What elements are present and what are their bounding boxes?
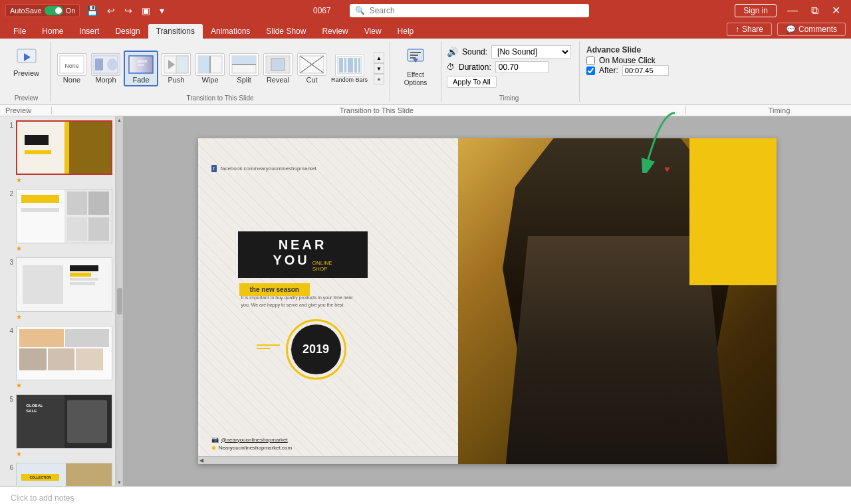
- slide-line-2: [257, 348, 270, 349]
- slide-num-2: 2: [4, 189, 13, 197]
- slide-thumb-6[interactable]: 6 COLLECTION: [3, 461, 112, 486]
- reveal-label: Reveal: [267, 76, 289, 84]
- share-button[interactable]: ↑ Share: [727, 23, 772, 36]
- tab-file[interactable]: File: [5, 24, 34, 39]
- section-dividers: Preview Transition to This Slide Timing: [0, 105, 851, 116]
- slide-star-5: ★: [16, 450, 112, 457]
- panel-scroll-thumb[interactable]: [117, 288, 122, 315]
- effect-options-label: EffectOptions: [404, 71, 427, 87]
- tab-design[interactable]: Design: [107, 24, 148, 39]
- transition-reveal[interactable]: Reveal: [262, 52, 294, 85]
- slide-img-3: [16, 257, 112, 312]
- duration-icon: ⏱: [447, 63, 455, 72]
- tab-view[interactable]: View: [356, 24, 390, 39]
- scroll-more-button[interactable]: ≡: [374, 74, 384, 84]
- desc-text: It is important to buy quality products …: [241, 295, 353, 307]
- autosave-toggle[interactable]: [45, 6, 63, 15]
- tab-transitions[interactable]: Transitions: [148, 24, 203, 39]
- duration-input[interactable]: [495, 61, 548, 73]
- svg-rect-28: [348, 58, 353, 72]
- share-icon: ↑: [735, 25, 739, 34]
- minimize-button[interactable]: —: [782, 0, 803, 21]
- transition-wipe[interactable]: Wipe: [194, 52, 226, 85]
- slide-panel: 1 ★ 2: [0, 116, 116, 486]
- customize-icon[interactable]: ▾: [157, 4, 167, 17]
- svg-rect-8: [138, 60, 147, 63]
- slide-panel-scrollbar[interactable]: ▲ ▼: [116, 116, 122, 486]
- tab-slideshow[interactable]: Slide Show: [258, 24, 314, 39]
- main-layout: 1 ★ 2: [0, 116, 851, 486]
- slide-thumb-2[interactable]: 2: [3, 188, 112, 253]
- tab-home[interactable]: Home: [34, 24, 71, 39]
- notes-bar[interactable]: Click to add notes: [0, 486, 851, 504]
- panel-scroll-down[interactable]: ▼: [116, 479, 123, 486]
- svg-rect-33: [410, 52, 421, 53]
- mouse-click-row: On Mouse Click: [586, 56, 719, 65]
- slide-num-1: 1: [4, 120, 13, 129]
- scroll-up-button[interactable]: ▲: [374, 53, 384, 63]
- transition-split[interactable]: Split: [228, 52, 260, 85]
- transition-push[interactable]: Push: [160, 52, 192, 85]
- tab-insert[interactable]: Insert: [71, 24, 107, 39]
- comments-button[interactable]: 💬 Comments: [777, 23, 846, 36]
- redo-icon[interactable]: ↪: [122, 4, 135, 17]
- title-bar-right: Sign in — ⧉ ✕: [735, 0, 846, 21]
- main-slide-area: f facebook.com/nearyouonlineshopmarket ♥…: [123, 116, 851, 486]
- slide-thumb-5[interactable]: 5 GLOBALSALE ★: [3, 393, 112, 459]
- close-button[interactable]: ✕: [826, 0, 846, 21]
- scroll-left-btn[interactable]: ◀: [198, 456, 205, 464]
- transition-random-bars[interactable]: Random Bars: [330, 53, 369, 85]
- slide-line-1: [257, 344, 280, 346]
- push-icon: [162, 53, 191, 76]
- preview-button[interactable]: Preview: [8, 44, 45, 80]
- slide-yellow-accent: [689, 138, 777, 285]
- transition-morph[interactable]: Morph: [90, 52, 122, 85]
- restore-button[interactable]: ⧉: [806, 0, 824, 21]
- tab-help[interactable]: Help: [390, 24, 422, 39]
- svg-rect-29: [354, 58, 357, 72]
- apply-to-all-button[interactable]: Apply To All: [447, 76, 497, 88]
- mouse-click-checkbox[interactable]: [586, 57, 595, 65]
- svg-rect-34: [410, 55, 418, 56]
- after-checkbox[interactable]: [586, 66, 595, 75]
- ribbon-group-preview: Preview Preview: [5, 41, 51, 102]
- website-text: Nearyouonlineshopmarket.com: [219, 445, 293, 451]
- tab-review[interactable]: Review: [314, 24, 356, 39]
- split-label: Split: [237, 76, 251, 84]
- slide-star-1: ★: [16, 176, 112, 184]
- transition-cut[interactable]: Cut: [296, 52, 328, 85]
- svg-rect-20: [271, 59, 285, 70]
- transition-scroll: ▲ ▼ ≡: [374, 53, 384, 84]
- comments-icon: 💬: [786, 25, 796, 34]
- slide-num-4: 4: [4, 326, 13, 334]
- sound-select[interactable]: [No Sound]: [491, 45, 571, 59]
- advance-slide-section: Advance Slide On Mouse Click After:: [579, 41, 725, 102]
- slide-canvas: f facebook.com/nearyouonlineshopmarket ♥…: [198, 138, 777, 464]
- presentation-icon[interactable]: ▣: [139, 4, 153, 17]
- save-icon[interactable]: 💾: [84, 4, 100, 17]
- duration-row: ⏱ Duration:: [447, 61, 571, 73]
- autosave-button[interactable]: AutoSave On: [5, 4, 80, 17]
- undo-icon[interactable]: ↩: [104, 4, 118, 17]
- ribbon-tabs: File Home Insert Design Transitions Anim…: [0, 21, 851, 39]
- transition-group-label: Transition to This Slide: [186, 92, 253, 102]
- slide-thumb-4[interactable]: 4 ★: [3, 324, 112, 390]
- slide-num-6: 6: [4, 463, 13, 471]
- tab-animations[interactable]: Animations: [203, 24, 258, 39]
- search-input[interactable]: [350, 4, 589, 17]
- slide-thumb-3[interactable]: 3 ★: [3, 256, 112, 322]
- search-wrapper: 🔍: [350, 4, 589, 17]
- sign-in-button[interactable]: Sign in: [735, 4, 777, 17]
- svg-point-6: [107, 59, 118, 70]
- after-input[interactable]: [622, 65, 669, 76]
- transition-none[interactable]: None None: [56, 52, 88, 85]
- effect-options-button[interactable]: EffectOptions: [396, 44, 435, 90]
- panel-scroll-up[interactable]: ▲: [116, 116, 123, 124]
- slide-lines: [257, 344, 280, 349]
- slide-img-2: [16, 189, 112, 243]
- morph-label: Morph: [95, 76, 116, 84]
- scroll-down-button[interactable]: ▼: [374, 63, 384, 74]
- slide-thumb-1[interactable]: 1 ★: [3, 119, 112, 185]
- slide-num-5: 5: [4, 394, 13, 403]
- transition-fade[interactable]: Fade: [124, 51, 158, 86]
